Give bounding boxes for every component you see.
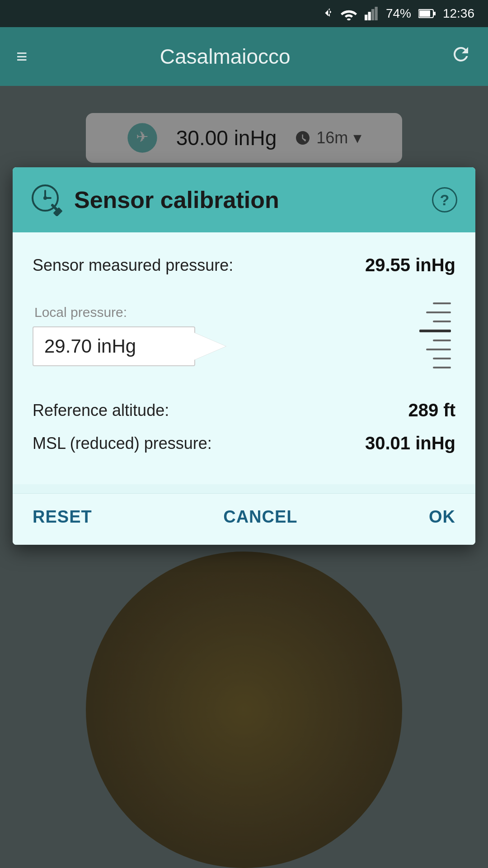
dialog-buttons: RESET CANCEL OK	[13, 493, 475, 545]
svg-rect-3	[375, 7, 377, 20]
sensor-calibration-icon	[31, 184, 63, 216]
sensor-calibration-dialog: Sensor calibration ? Sensor measured pre…	[13, 167, 475, 545]
reference-altitude-row: Reference altitude: 289 ft	[33, 400, 455, 420]
tick-7	[433, 358, 451, 359]
tick-selected	[419, 330, 451, 332]
tick-6	[426, 349, 451, 350]
local-pressure-input[interactable]: 29.70 inHg	[33, 326, 195, 366]
msl-pressure-row: MSL (reduced) pressure: 30.01 inHg	[33, 433, 455, 453]
svg-rect-6	[419, 10, 430, 17]
svg-rect-5	[433, 12, 436, 15]
time-display: 12:36	[443, 6, 474, 21]
local-pressure-label: Local pressure:	[34, 305, 406, 320]
background-area: ✈ 30.00 inHg 16m ▾ Sensor calibration	[0, 86, 488, 868]
msl-pressure-label: MSL (reduced) pressure:	[33, 434, 212, 453]
picker-arrow	[194, 333, 226, 360]
battery-icon	[418, 9, 436, 19]
refresh-icon[interactable]	[450, 43, 472, 70]
signal-icon	[364, 7, 379, 20]
svg-point-10	[43, 196, 47, 200]
tick-5	[433, 340, 451, 341]
help-icon[interactable]: ?	[432, 187, 457, 212]
dialog-header: Sensor calibration ?	[13, 167, 475, 232]
bluetooth-icon	[321, 5, 333, 22]
cancel-button[interactable]: CANCEL	[223, 507, 297, 527]
tick-3	[433, 321, 451, 322]
picker-left: Local pressure: 29.70 inHg	[33, 305, 406, 366]
sensor-pressure-row: Sensor measured pressure: 29.55 inHg	[33, 255, 455, 275]
picker-input-container: 29.70 inHg	[33, 326, 406, 366]
sensor-pressure-label: Sensor measured pressure:	[33, 256, 233, 275]
svg-rect-2	[371, 9, 374, 20]
tick-8	[433, 367, 451, 368]
local-pressure-picker-area: Local pressure: 29.70 inHg	[33, 302, 455, 368]
battery-percent: 74%	[386, 6, 411, 21]
svg-rect-0	[365, 15, 367, 21]
sensor-pressure-value: 29.55 inHg	[365, 255, 455, 275]
tick-2	[426, 311, 451, 313]
app-title: Casalmaiocco	[41, 44, 409, 69]
status-bar: 74% 12:36	[0, 0, 488, 27]
menu-icon[interactable]: ≡	[16, 46, 28, 67]
dialog-title: Sensor calibration	[74, 186, 421, 213]
svg-rect-1	[368, 12, 371, 20]
dialog-body: Sensor measured pressure: 29.55 inHg Loc…	[13, 232, 475, 484]
tick-1	[433, 302, 451, 304]
reset-button[interactable]: RESET	[33, 507, 92, 527]
wifi-icon	[341, 7, 357, 20]
reference-altitude-label: Reference altitude:	[33, 401, 169, 420]
app-bar: ≡ Casalmaiocco	[0, 27, 488, 86]
msl-pressure-value: 30.01 inHg	[365, 433, 455, 453]
status-icons: 74% 12:36	[321, 5, 474, 22]
ok-button[interactable]: OK	[429, 507, 455, 527]
reference-altitude-value: 289 ft	[408, 400, 456, 420]
scroll-ticks[interactable]	[419, 302, 455, 368]
